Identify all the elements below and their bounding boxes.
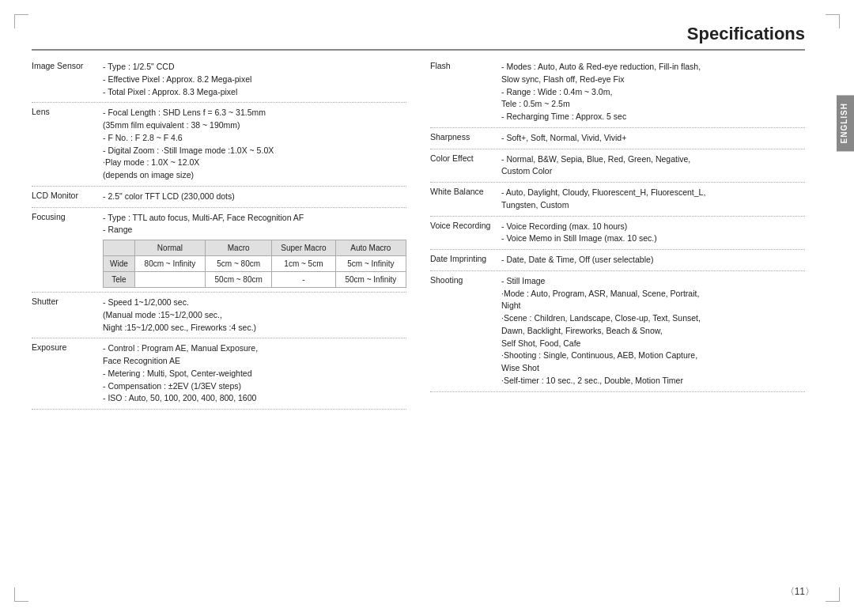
focus-table: NormalMacroSuper MacroAuto MacroWide80cm… [103, 240, 406, 288]
spec-value: - Speed 1~1/2,000 sec.(Manual mode :15~1… [103, 297, 406, 334]
page-number: 〈11〉 [785, 585, 814, 599]
spec-label: Color Effect [430, 153, 501, 179]
right-spec-row: Date Imprinting- Date, Date & Time, Off … [430, 250, 805, 271]
spec-value: - Normal, B&W, Sepia, Blue, Red, Green, … [501, 153, 805, 179]
focus-row-label: Tele [104, 272, 135, 288]
spec-label: Shooting [430, 275, 501, 387]
focus-table-header [104, 240, 135, 256]
spec-value: - Focal Length : SHD Lens f = 6.3 ~ 31.5… [103, 107, 406, 182]
focus-cell: 80cm ~ Infinity [134, 256, 205, 272]
spec-label: Voice Recording [430, 221, 501, 246]
spec-value: - Modes : Auto, Auto & Red-eye reduction… [501, 61, 805, 123]
spec-label: Date Imprinting [430, 254, 501, 266]
focus-cell [134, 272, 205, 288]
focus-cell: 5cm ~ 80cm [206, 256, 272, 272]
spec-value: - Control : Program AE, Manual Exposure,… [103, 342, 406, 405]
left-column: Image Sensor- Type : 1/2.5" CCD- Effecti… [32, 57, 406, 410]
focus-row-label: Wide [104, 256, 135, 272]
spec-label: White Balance [430, 187, 501, 212]
spec-value: - Type : TTL auto focus, Multi-AF, Face … [103, 212, 406, 289]
spec-value: - 2.5" color TFT LCD (230,000 dots) [103, 191, 406, 203]
focus-cell: 50cm ~ 80cm [206, 272, 272, 288]
right-spec-row: Color Effect- Normal, B&W, Sepia, Blue, … [430, 149, 805, 183]
spec-value: - Auto, Daylight, Cloudy, Fluorescent_H,… [501, 187, 805, 212]
spec-label: Focusing [32, 212, 103, 289]
left-spec-row: Shutter- Speed 1~1/2,000 sec.(Manual mod… [32, 293, 406, 338]
right-column: Flash- Modes : Auto, Auto & Red-eye redu… [430, 57, 805, 410]
focus-table-header: Macro [206, 240, 272, 256]
left-spec-row: Lens- Focal Length : SHD Lens f = 6.3 ~ … [32, 103, 406, 187]
focus-table-header: Auto Macro [335, 240, 406, 256]
spec-label: Lens [32, 107, 103, 182]
english-tab: ENGLISH [837, 95, 854, 151]
left-spec-row: Focusing- Type : TTL auto focus, Multi-A… [32, 208, 406, 293]
right-spec-row: Sharpness- Soft+, Soft, Normal, Vivid, V… [430, 128, 805, 149]
spec-label: Image Sensor [32, 61, 103, 98]
page-content: Specifications Image Sensor- Type : 1/2.… [0, 0, 837, 616]
focus-cell: 5cm ~ Infinity [335, 256, 406, 272]
page-title: Specifications [32, 24, 805, 51]
spec-value: - Date, Date & Time, Off (user selectabl… [501, 254, 805, 266]
spec-value: - Soft+, Soft, Normal, Vivid, Vivid+ [501, 132, 805, 145]
right-spec-row: Voice Recording- Voice Recording (max. 1… [430, 217, 805, 251]
spec-value: - Voice Recording (max. 10 hours)- Voice… [501, 221, 805, 246]
right-spec-row: White Balance- Auto, Daylight, Cloudy, F… [430, 183, 805, 217]
spec-label: Exposure [32, 342, 103, 405]
spec-label: Shutter [32, 297, 103, 334]
spec-value: - Still Image·Mode : Auto, Program, ASR,… [501, 275, 805, 387]
focus-cell: 1cm ~ 5cm [272, 256, 335, 272]
focus-cell: - [272, 272, 335, 288]
spec-label: LCD Monitor [32, 191, 103, 203]
right-spec-row: Shooting- Still Image·Mode : Auto, Progr… [430, 271, 805, 392]
left-spec-row: LCD Monitor- 2.5" color TFT LCD (230,000… [32, 187, 406, 208]
specs-two-col: Image Sensor- Type : 1/2.5" CCD- Effecti… [32, 57, 805, 410]
right-spec-row: Flash- Modes : Auto, Auto & Red-eye redu… [430, 57, 805, 128]
spec-label: Sharpness [430, 132, 501, 145]
spec-value: - Type : 1/2.5" CCD- Effective Pixel : A… [103, 61, 406, 98]
focus-table-header: Normal [134, 240, 205, 256]
focus-cell: 50cm ~ Infinity [335, 272, 406, 288]
left-spec-row: Image Sensor- Type : 1/2.5" CCD- Effecti… [32, 57, 406, 103]
spec-label: Flash [430, 61, 501, 123]
left-spec-row: Exposure- Control : Program AE, Manual E… [32, 338, 406, 410]
focus-table-header: Super Macro [272, 240, 335, 256]
